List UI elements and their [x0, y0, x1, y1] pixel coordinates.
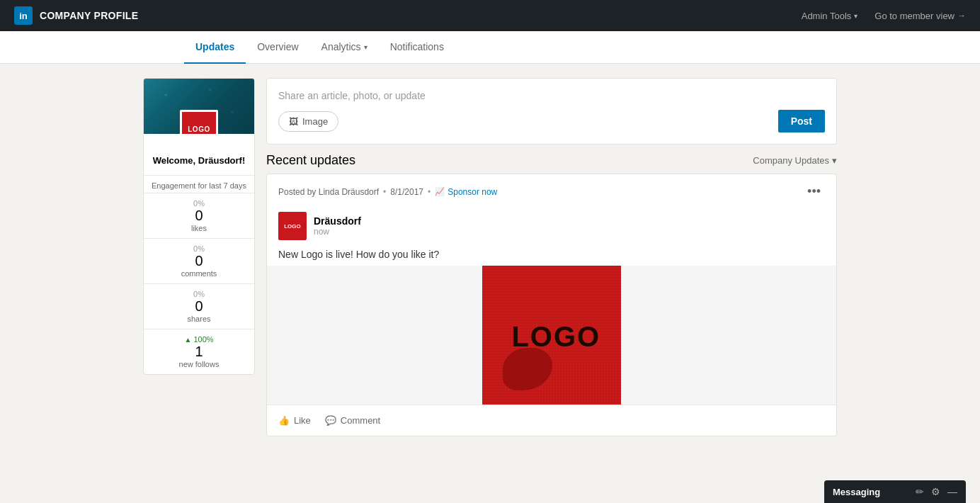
comment-button[interactable]: 💬 Comment: [325, 412, 380, 429]
stat-follows-pct: ▲ 100%: [151, 335, 247, 344]
top-navigation: in COMPANY PROFILE Admin Tools ▾ Go to m…: [0, 0, 980, 31]
messaging-label: Messaging: [833, 487, 880, 497]
company-post-time: now: [314, 227, 361, 237]
post-date: 8/1/2017: [390, 187, 423, 197]
post-image-container: LOGO: [267, 266, 836, 405]
post-company-row: LOGO Dräusdorf now: [267, 209, 836, 246]
recent-updates-title: Recent updates: [266, 153, 355, 168]
linkedin-logo: in: [14, 6, 33, 25]
post-options-button[interactable]: •••: [803, 183, 825, 200]
company-logo-sm-text: LOGO: [284, 223, 301, 230]
messaging-minimize-button[interactable]: —: [947, 486, 957, 497]
stat-comments: 0% 0 comments: [144, 238, 254, 283]
stat-follows-label: new follows: [151, 360, 247, 368]
sponsor-now-link[interactable]: 📈 Sponsor now: [435, 187, 497, 197]
share-actions: 🖼 Image Post: [278, 110, 825, 132]
company-updates-dropdown[interactable]: Company Updates ▾: [753, 155, 837, 166]
post-actions: 👍 Like 💬 Comment: [267, 405, 836, 436]
main-content: Share an article, photo, or update 🖼 Ima…: [266, 78, 837, 436]
stat-comments-label: comments: [151, 269, 247, 278]
settings-icon: ⚙: [931, 486, 940, 497]
dot-separator-2: •: [428, 187, 431, 197]
post-logo-image: LOGO: [482, 266, 621, 405]
share-placeholder: Share an article, photo, or update: [278, 90, 825, 101]
left-sidebar: LOGO Welcome, Dräusdorf! Engagement for …: [143, 78, 255, 375]
top-nav-right: Admin Tools ▾ Go to member view →: [802, 11, 966, 21]
tab-analytics[interactable]: Analytics ▾: [310, 31, 379, 64]
post-button[interactable]: Post: [778, 110, 825, 132]
ellipsis-icon: •••: [807, 184, 821, 198]
stat-follows: ▲ 100% 1 new follows: [144, 329, 254, 374]
profile-banner: LOGO: [144, 79, 254, 134]
arrow-right-icon: →: [957, 11, 966, 21]
page-content: LOGO Welcome, Dräusdorf! Engagement for …: [136, 64, 844, 451]
company-name-row: Dräusdorf now: [314, 215, 361, 237]
company-logo-small: LOGO: [278, 212, 307, 240]
member-view-button[interactable]: Go to member view →: [874, 11, 966, 21]
like-button[interactable]: 👍 Like: [278, 412, 311, 429]
messaging-actions: ✏ ⚙ —: [916, 486, 957, 497]
image-icon: 🖼: [289, 116, 298, 127]
share-box: Share an article, photo, or update 🖼 Ima…: [266, 78, 837, 145]
comment-icon: 💬: [325, 415, 336, 426]
profile-card: LOGO Welcome, Dräusdorf! Engagement for …: [143, 78, 255, 375]
stat-likes-label: likes: [151, 224, 247, 232]
post-header: Posted by Linda Dräusdorf • 8/1/2017 • 📈…: [267, 174, 836, 209]
stat-shares: 0% 0 shares: [144, 283, 254, 329]
posted-by-label: Posted by Linda Dräusdorf: [278, 187, 379, 197]
post-card: Posted by Linda Dräusdorf • 8/1/2017 • 📈…: [266, 174, 837, 436]
company-logo-text: LOGO: [188, 125, 210, 133]
post-image-decoration: [503, 348, 552, 390]
company-profile-label: COMPANY PROFILE: [40, 10, 138, 21]
company-logo-banner: LOGO: [180, 110, 218, 134]
stat-likes-value: 0: [151, 208, 247, 224]
stat-shares-label: shares: [151, 315, 247, 323]
messaging-widget: Messaging ✏ ⚙ —: [824, 480, 966, 503]
profile-info: Welcome, Dräusdorf!: [144, 134, 254, 175]
trend-up-icon: ▲: [184, 336, 191, 344]
top-nav-left: in COMPANY PROFILE: [14, 6, 138, 25]
stat-comments-value: 0: [151, 253, 247, 269]
minimize-icon: —: [947, 486, 957, 497]
post-body-text: New Logo is live! How do you like it?: [267, 246, 836, 266]
company-name-text: Dräusdorf: [314, 215, 361, 227]
tab-notifications[interactable]: Notifications: [379, 31, 455, 64]
sub-navigation: Updates Overview Analytics ▾ Notificatio…: [0, 31, 980, 64]
like-icon: 👍: [278, 415, 290, 426]
admin-tools-button[interactable]: Admin Tools ▾: [802, 11, 858, 21]
engagement-title: Engagement for last 7 days: [144, 175, 254, 193]
tab-overview[interactable]: Overview: [246, 31, 309, 64]
tab-updates[interactable]: Updates: [184, 31, 246, 64]
dropdown-chevron-icon: ▾: [832, 155, 837, 166]
image-button[interactable]: 🖼 Image: [278, 111, 338, 132]
messaging-compose-button[interactable]: ✏: [916, 486, 924, 497]
stat-likes: 0% 0 likes: [144, 193, 254, 238]
stat-likes-pct: 0%: [151, 199, 247, 208]
welcome-text: Welcome, Dräusdorf!: [153, 155, 246, 166]
recent-updates-header: Recent updates Company Updates ▾: [266, 153, 837, 168]
stat-shares-value: 0: [151, 298, 247, 315]
chevron-down-icon: ▾: [854, 12, 858, 20]
analytics-chevron-icon: ▾: [364, 43, 368, 51]
stat-shares-pct: 0%: [151, 290, 247, 298]
post-meta: Posted by Linda Dräusdorf • 8/1/2017 • 📈…: [278, 187, 497, 197]
messaging-settings-button[interactable]: ⚙: [931, 486, 940, 497]
dot-separator: •: [383, 187, 386, 197]
stat-comments-pct: 0%: [151, 244, 247, 253]
stat-follows-value: 1: [151, 344, 247, 360]
compose-icon: ✏: [916, 486, 924, 497]
sponsor-trend-icon: 📈: [435, 187, 445, 196]
